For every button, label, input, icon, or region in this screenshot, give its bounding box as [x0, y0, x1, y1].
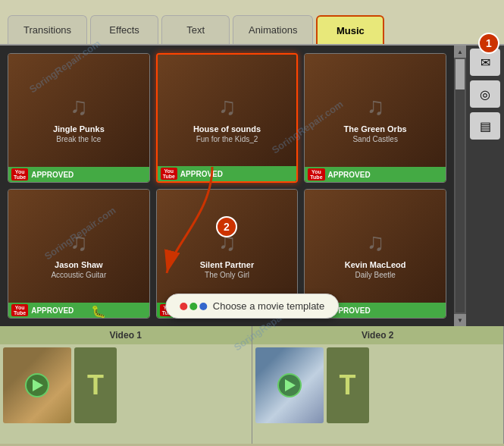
share-button[interactable]: ◎: [470, 80, 500, 108]
tab-music[interactable]: Music: [316, 15, 384, 44]
timeline-row: T T: [0, 344, 504, 444]
tab-effects[interactable]: Effects: [90, 15, 158, 44]
music-note-icon-3: ♫: [366, 93, 384, 121]
dot-blue: [199, 303, 207, 310]
scroll-thumb[interactable]: [455, 59, 465, 90]
timeline-area: Video 1 Video 2 T: [0, 326, 504, 444]
scrollbar[interactable]: ▲ ▼: [454, 46, 466, 326]
template-dots-icon: [180, 303, 207, 310]
tab-text[interactable]: Text: [161, 15, 230, 44]
text-block-1[interactable]: T: [74, 347, 117, 423]
timeline-cell-1: T: [0, 344, 252, 444]
card-2-title: House of sounds: [190, 124, 264, 134]
content-area: ♫ Jingle Punks Break the Ice YouTube APP…: [0, 46, 504, 326]
card-3-title: The Green Orbs: [341, 124, 410, 134]
youtube-logo-1: YouTube: [11, 168, 28, 181]
youtube-logo-2: YouTube: [161, 168, 177, 180]
music-note-icon-2: ♫: [218, 93, 236, 121]
card-2-subtitle: Fun for the Kids_2: [193, 135, 261, 143]
timeline-header: Video 1 Video 2: [0, 326, 504, 344]
card-4-approved: YouTube APPROVED: [8, 303, 149, 318]
play-button-2[interactable]: [277, 373, 302, 397]
music-card-2[interactable]: ♫ House of sounds Fun for the Kids_2 You…: [156, 53, 299, 183]
badge-1: 1: [478, 33, 499, 54]
main-container: Transitions Effects Text Animations Musi…: [0, 0, 504, 446]
music-note-icon-1: ♫: [70, 93, 88, 121]
tabs-bar: Transitions Effects Text Animations Musi…: [0, 0, 504, 46]
video-thumb-2[interactable]: [255, 347, 324, 423]
music-grid: ♫ Jingle Punks Break the Ice YouTube APP…: [0, 46, 454, 326]
badge-2: 2: [216, 216, 237, 237]
music-note-icon-6: ♫: [366, 228, 384, 256]
template-tooltip-label: Choose a movie template: [213, 300, 324, 312]
music-card-1[interactable]: ♫ Jingle Punks Break the Ice YouTube APP…: [8, 53, 150, 183]
tab-animations[interactable]: Animations: [233, 15, 313, 44]
side-panel: ✉ ◎ ▤: [466, 46, 504, 326]
play-triangle-2: [285, 379, 296, 391]
timeline-col-1-header: Video 1: [0, 326, 252, 344]
video-thumb-1[interactable]: [3, 347, 71, 423]
play-button-1[interactable]: [25, 373, 49, 397]
timeline-col-2-header: Video 2: [252, 326, 505, 344]
scroll-up-arrow[interactable]: ▲: [454, 46, 466, 58]
snake-icon: 🐛: [91, 304, 106, 319]
youtube-logo-4: YouTube: [11, 304, 28, 316]
dot-green: [189, 303, 197, 310]
timeline-cell-2: T: [252, 344, 505, 444]
card-3-subtitle: Sand Castles: [349, 135, 400, 143]
card-5-subtitle: The Only Girl: [202, 271, 252, 279]
scroll-down-arrow[interactable]: ▼: [454, 314, 466, 326]
card-3-approved: YouTube APPROVED: [305, 167, 446, 182]
card-4-subtitle: Accoustic Guitar: [48, 271, 109, 279]
card-1-subtitle: Break the Ice: [53, 135, 104, 143]
card-1-title: Jingle Punks: [50, 124, 108, 134]
card-1-approved: YouTube APPROVED: [8, 167, 149, 182]
template-tooltip[interactable]: Choose a movie template: [165, 294, 339, 319]
music-card-4[interactable]: ♫ Jason Shaw Accoustic Guitar YouTube AP…: [8, 189, 150, 319]
youtube-logo-3: YouTube: [308, 168, 324, 181]
music-note-icon-4: ♫: [70, 228, 88, 256]
card-5-title: Silent Partner: [197, 259, 258, 270]
play-triangle-1: [33, 379, 43, 391]
card-6-subtitle: Daily Beetle: [352, 271, 398, 279]
text-block-2[interactable]: T: [327, 347, 369, 423]
tab-transitions[interactable]: Transitions: [8, 15, 87, 44]
card-4-title: Jason Shaw: [52, 259, 106, 270]
dot-red: [180, 303, 187, 310]
music-card-3[interactable]: ♫ The Green Orbs Sand Castles YouTube AP…: [304, 53, 446, 183]
card-6-title: Kevin MacLeod: [342, 259, 409, 270]
export-button[interactable]: ▤: [470, 112, 500, 140]
scroll-track[interactable]: [455, 59, 465, 313]
card-2-approved: YouTube APPROVED: [158, 166, 297, 181]
